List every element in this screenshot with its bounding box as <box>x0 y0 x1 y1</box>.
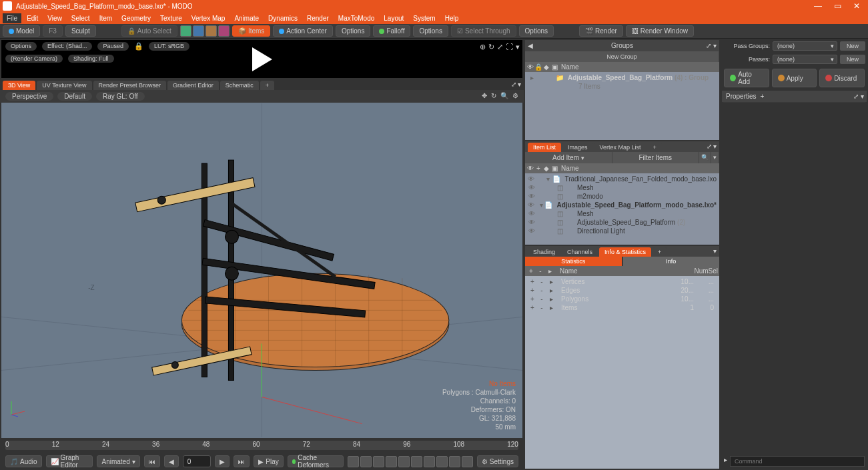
tab-add[interactable]: + <box>260 81 274 90</box>
tab-schematic[interactable]: Schematic <box>220 81 259 90</box>
add-item-button[interactable]: Add Item ▾ <box>525 152 612 163</box>
prev-frame-button[interactable]: ◀ <box>164 455 179 467</box>
menu-layout[interactable]: Layout <box>380 13 408 23</box>
audio-button[interactable]: 🎵Audio <box>5 455 42 467</box>
item-row[interactable]: 👁◫Mesh <box>526 183 718 192</box>
vertex-mode-icon[interactable] <box>180 25 191 37</box>
item-search-icon[interactable]: 🔍 <box>699 152 711 163</box>
tab-uvtexture[interactable]: UV Texture View <box>37 81 91 90</box>
cache-deformers-button[interactable]: Cache Deformers <box>288 455 344 467</box>
menu-select[interactable]: Select <box>67 13 94 23</box>
preview-expand-icon[interactable]: ⤢ <box>497 43 503 51</box>
panel-menu-icon[interactable]: ▾ <box>861 93 864 100</box>
tab-itemlist[interactable]: Item List <box>528 143 561 152</box>
anim-icon-8[interactable] <box>436 456 448 467</box>
tab-renderpreset[interactable]: Render Preset Browser <box>93 81 167 90</box>
stat-row[interactable]: +-▸Items10 <box>526 303 718 312</box>
menu-vertexmap[interactable]: Vertex Map <box>187 13 230 23</box>
renderwindow-button[interactable]: 🖼Render Window <box>626 25 694 37</box>
tab-shading[interactable]: Shading <box>528 247 560 257</box>
3d-viewport[interactable]: -Z No Items Polygons : Catmull-Clark Cha… <box>1 103 522 438</box>
close-button[interactable]: ✕ <box>853 1 860 11</box>
selectthrough-button[interactable]: ☑Select Through <box>451 25 516 37</box>
passes-dropdown[interactable]: (none) <box>773 55 837 64</box>
command-input[interactable] <box>730 456 865 467</box>
menu-item[interactable]: Item <box>95 13 116 23</box>
anim-icon-1[interactable] <box>348 456 359 467</box>
cmd-history-icon[interactable]: ▸ <box>724 456 727 467</box>
menu-dynamics[interactable]: Dynamics <box>264 13 302 23</box>
preview-fullscreen-icon[interactable]: ⛶ <box>506 43 513 51</box>
vp-pan-icon[interactable]: ✥ <box>482 92 487 101</box>
tab-3dview[interactable]: 3D View <box>3 81 35 90</box>
anim-icon-6[interactable] <box>411 456 422 467</box>
preview-effect[interactable]: Effect: (Shad... <box>42 42 92 51</box>
play-button[interactable]: ▶Play <box>254 455 283 467</box>
autoselect-button[interactable]: 🔒Auto Select <box>121 25 177 37</box>
actioncenter-button[interactable]: Action Center <box>273 25 333 37</box>
viewport-menu-icon[interactable]: ▾ <box>518 81 521 90</box>
default-dropdown[interactable]: Default <box>57 92 92 101</box>
tab-infostats[interactable]: Info & Statistics <box>599 247 651 257</box>
item-row[interactable]: 👁▾📄Adjustable_Speed_Bag_Platform_modo_ba… <box>526 201 718 209</box>
anim-icon-7[interactable] <box>424 456 435 467</box>
menu-view[interactable]: View <box>43 13 66 23</box>
vp-gear-icon[interactable]: ⚙ <box>512 92 518 101</box>
preview-paused[interactable]: Paused <box>97 42 129 51</box>
preview-camera[interactable]: (Render Camera) <box>5 55 63 63</box>
timeline[interactable]: 01224 364860 728496 108120 <box>0 438 524 453</box>
panel-menu-icon[interactable]: ▾ <box>713 247 717 257</box>
tab-gradient[interactable]: Gradient Editor <box>167 81 219 90</box>
item-row[interactable]: 👁◫m2modo <box>526 192 718 201</box>
discard-button[interactable]: Discard <box>819 69 865 87</box>
menu-maxtomodo[interactable]: MaxToModo <box>334 13 378 23</box>
options-button-3[interactable]: Options <box>519 25 554 37</box>
stat-row[interactable]: +-▸Edges20...... <box>526 286 718 295</box>
options-button-1[interactable]: Options <box>336 25 370 37</box>
panel-expand-icon[interactable]: ⤢ <box>707 143 712 152</box>
maximize-button[interactable]: ▭ <box>834 1 841 11</box>
stats-tab[interactable]: Statistics <box>525 257 622 266</box>
anim-icon-5[interactable] <box>398 456 410 467</box>
item-row[interactable]: 👁◫Adjustable_Speed_Bag_Platform (2) <box>526 218 718 227</box>
tab-channels[interactable]: Channels <box>562 247 598 257</box>
anim-icon-10[interactable] <box>462 456 473 467</box>
menu-edit[interactable]: Edit <box>23 13 42 23</box>
group-item[interactable]: ▸📁Adjustable_Speed_Bag_Platform (4) : Gr… <box>526 73 718 82</box>
polygon-mode-icon[interactable] <box>205 25 217 37</box>
group-subitem[interactable]: 7 Items <box>526 82 718 91</box>
panel-expand-icon[interactable]: ⤢ <box>706 42 711 49</box>
new-passgroup-button[interactable]: New <box>840 41 865 51</box>
preview-options[interactable]: Options <box>5 42 37 51</box>
tab-add-info[interactable]: + <box>653 247 667 257</box>
perspective-dropdown[interactable]: Perspective <box>5 92 53 101</box>
panel-menu-icon[interactable]: ▾ <box>713 42 717 49</box>
new-pass-button[interactable]: New <box>840 55 865 64</box>
menu-file[interactable]: File <box>3 13 21 23</box>
vp-zoom-icon[interactable]: 🔍 <box>500 92 508 101</box>
autoadd-button[interactable]: Auto Add <box>724 69 769 87</box>
tab-vertexmaplist[interactable]: Vertex Map List <box>594 143 646 152</box>
menu-texture[interactable]: Texture <box>156 13 186 23</box>
animated-dropdown[interactable]: Animated▾ <box>97 455 139 467</box>
panel-menu-icon[interactable]: ▾ <box>713 143 717 152</box>
model-button[interactable]: Model <box>3 25 40 37</box>
settings-button[interactable]: ⚙Settings <box>477 455 518 467</box>
preview-menu-icon[interactable]: ▾ <box>516 43 520 51</box>
info-tab[interactable]: Info <box>623 257 720 266</box>
render-button[interactable]: 🎬Render <box>579 25 623 37</box>
minimize-button[interactable]: — <box>814 1 822 11</box>
viewport-expand-icon[interactable]: ⤢ <box>511 81 516 90</box>
tab-images[interactable]: Images <box>562 143 593 152</box>
panel-expand-icon[interactable]: ⤢ <box>853 93 859 100</box>
sculpt-button[interactable]: Sculpt <box>65 25 96 37</box>
preview-lut[interactable]: LUT: sRGB <box>149 42 189 51</box>
stat-row[interactable]: +-▸Polygons10...... <box>526 295 718 303</box>
f3-button[interactable]: F3 <box>43 25 63 37</box>
menu-help[interactable]: Help <box>441 13 463 23</box>
menu-system[interactable]: System <box>409 13 439 23</box>
anim-icon-3[interactable] <box>373 456 384 467</box>
item-row[interactable]: 👁◫Directional Light <box>526 227 718 235</box>
raygl-dropdown[interactable]: Ray GL: Off <box>96 92 145 101</box>
item-row[interactable]: 👁▾📄Traditional_Japanese_Fan_Folded_modo_… <box>526 175 718 183</box>
